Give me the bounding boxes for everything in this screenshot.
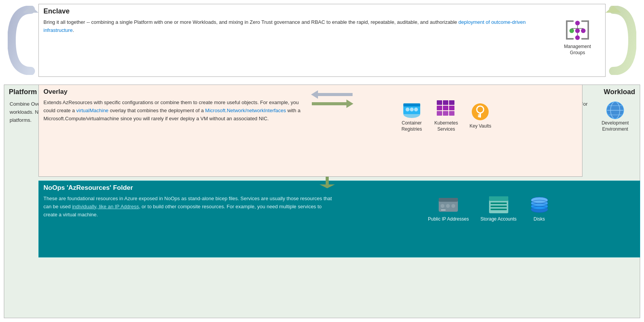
svg-rect-6 bbox=[581, 20, 589, 22]
azresources-icons: Public IP Addresses Storage Accounts bbox=[343, 195, 636, 222]
down-arrow-icon bbox=[320, 177, 335, 188]
container-registries-container: Container Registries bbox=[401, 99, 423, 132]
dev-environment-icon bbox=[604, 100, 626, 120]
disks-label: Disks bbox=[534, 216, 545, 222]
right-arrow-icon bbox=[311, 100, 353, 108]
svg-point-50 bbox=[410, 108, 414, 111]
kubernetes-services-label: Kubernetes Services bbox=[434, 120, 458, 132]
svg-rect-75 bbox=[489, 196, 508, 201]
svg-point-12 bbox=[575, 35, 580, 40]
svg-marker-45 bbox=[346, 100, 353, 108]
vertical-down-arrow bbox=[316, 177, 339, 188]
middle-arrows bbox=[309, 90, 355, 108]
svg-rect-53 bbox=[443, 100, 448, 105]
enclave-section: Enclave Bring it all together -- combini… bbox=[38, 4, 606, 77]
kubernetes-services-icon bbox=[435, 99, 458, 119]
enclave-left-arrow bbox=[4, 4, 42, 77]
svg-rect-2 bbox=[566, 20, 567, 40]
svg-rect-3 bbox=[566, 20, 574, 22]
enclave-right-arrow bbox=[602, 4, 640, 77]
svg-point-9 bbox=[569, 28, 574, 33]
storage-accounts-container: Storage Accounts bbox=[480, 195, 516, 222]
svg-rect-69 bbox=[439, 198, 458, 202]
left-arrow-icon bbox=[311, 90, 353, 99]
svg-marker-67 bbox=[320, 184, 335, 188]
svg-point-72 bbox=[451, 204, 455, 208]
dev-environment-label: Development Environment bbox=[602, 120, 629, 132]
key-vaults-container: Key Vaults bbox=[469, 102, 491, 129]
svg-rect-66 bbox=[326, 177, 329, 184]
svg-point-49 bbox=[406, 108, 409, 111]
svg-rect-76 bbox=[491, 202, 507, 204]
container-registries-icon bbox=[401, 99, 423, 119]
main-container: Enclave Bring it all together -- combini… bbox=[0, 0, 644, 322]
workload-label: Workload bbox=[604, 88, 635, 96]
svg-rect-60 bbox=[449, 111, 454, 116]
svg-rect-65 bbox=[478, 115, 479, 116]
svg-rect-4 bbox=[566, 38, 574, 40]
key-vaults-icon bbox=[469, 102, 491, 122]
svg-rect-55 bbox=[437, 106, 442, 110]
disks-icon bbox=[528, 195, 551, 215]
management-groups-label: Management Groups bbox=[564, 44, 591, 56]
overlay-text: Extends AzResources with specific config… bbox=[43, 99, 307, 132]
azresources-title: NoOps 'AzResources' Folder bbox=[39, 181, 640, 193]
enclave-title: Enclave bbox=[39, 4, 605, 17]
svg-rect-59 bbox=[443, 111, 448, 116]
svg-rect-43 bbox=[318, 93, 353, 96]
azresources-text: These are foundational resources in Azur… bbox=[43, 195, 336, 222]
svg-rect-44 bbox=[312, 102, 346, 105]
key-vaults-label: Key Vaults bbox=[469, 123, 491, 129]
svg-rect-57 bbox=[449, 106, 454, 110]
svg-point-51 bbox=[414, 108, 418, 111]
container-registries-label: Container Registries bbox=[401, 120, 422, 132]
svg-marker-42 bbox=[311, 90, 318, 99]
public-ip-label: Public IP Addresses bbox=[428, 216, 469, 222]
public-ip-icon bbox=[437, 195, 459, 215]
svg-rect-48 bbox=[403, 103, 420, 106]
svg-rect-52 bbox=[437, 100, 442, 105]
enclave-icon-area: Management Groups bbox=[554, 18, 601, 56]
enclave-text: Bring it all together -- combining a sin… bbox=[43, 18, 547, 56]
svg-rect-78 bbox=[491, 209, 507, 210]
azresources-body: These are foundational resources in Azur… bbox=[39, 193, 640, 224]
azresources-section: NoOps 'AzResources' Folder These are fou… bbox=[38, 181, 640, 257]
public-ip-container: Public IP Addresses bbox=[428, 195, 469, 222]
svg-point-70 bbox=[441, 204, 444, 208]
enclave-body: Bring it all together -- combining a sin… bbox=[39, 17, 605, 57]
svg-rect-64 bbox=[478, 116, 480, 117]
svg-point-10 bbox=[575, 28, 580, 33]
svg-rect-54 bbox=[449, 100, 454, 105]
kubernetes-services-container: Kubernetes Services bbox=[434, 99, 458, 132]
svg-rect-56 bbox=[443, 106, 448, 110]
svg-rect-58 bbox=[437, 111, 442, 116]
disks-container: Disks bbox=[528, 195, 551, 222]
platform-label: Platform bbox=[9, 88, 37, 96]
svg-point-71 bbox=[446, 204, 450, 208]
workload-icon-area: Development Environment bbox=[596, 100, 634, 132]
management-groups-icon bbox=[564, 18, 591, 41]
svg-point-8 bbox=[575, 21, 580, 25]
svg-rect-5 bbox=[587, 20, 589, 40]
svg-rect-73 bbox=[441, 209, 446, 211]
svg-point-11 bbox=[581, 28, 586, 33]
svg-rect-7 bbox=[581, 38, 589, 40]
storage-accounts-label: Storage Accounts bbox=[480, 216, 516, 222]
svg-rect-77 bbox=[491, 206, 507, 207]
storage-accounts-icon bbox=[488, 195, 510, 215]
